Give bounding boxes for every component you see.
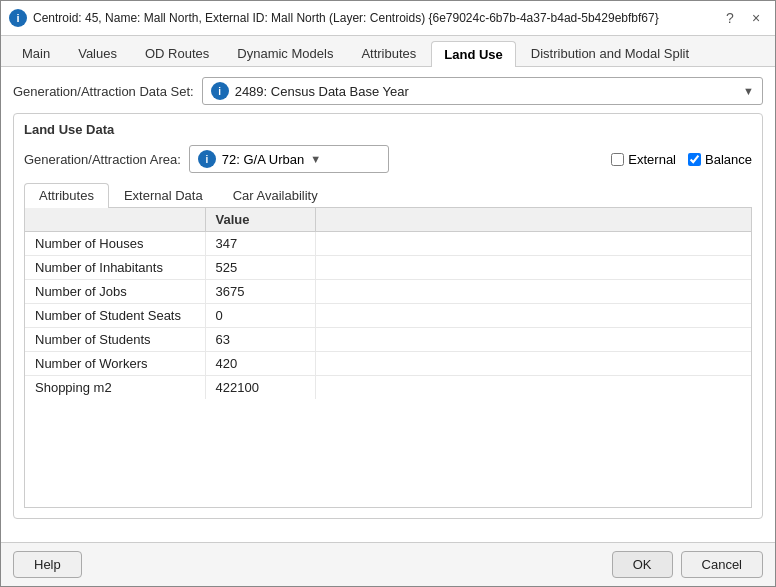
table-cell-extra [315,304,751,328]
table-body: Number of Houses347Number of Inhabitants… [25,232,751,400]
tab-land-use[interactable]: Land Use [431,41,516,67]
dataset-row: Generation/Attraction Data Set: i 2489: … [13,77,763,105]
table-row: Shopping m2422100 [25,376,751,400]
table-cell-name: Shopping m2 [25,376,205,400]
table-cell-value: 420 [205,352,315,376]
dataset-label: Generation/Attraction Data Set: [13,84,194,99]
balance-label: Balance [705,152,752,167]
col-header-extra [315,208,751,232]
external-checkbox[interactable] [611,153,624,166]
table-cell-extra [315,280,751,304]
table-row: Number of Students63 [25,328,751,352]
area-value: 72: G/A Urban [222,152,304,167]
main-tabs-bar: Main Values OD Routes Dynamic Models Att… [1,36,775,67]
dropdown-arrow-icon: ▼ [743,85,754,97]
table-cell-value: 422100 [205,376,315,400]
help-button-footer[interactable]: Help [13,551,82,578]
table-cell-name: Number of Student Seats [25,304,205,328]
tab-od-routes[interactable]: OD Routes [132,40,222,66]
table-cell-name: Number of Houses [25,232,205,256]
window-title: Centroid: 45, Name: Mall North, External… [33,11,659,25]
table-row: Number of Inhabitants525 [25,256,751,280]
table-cell-name: Number of Students [25,328,205,352]
table-cell-extra [315,376,751,400]
title-actions: ? × [719,7,767,29]
tab-main[interactable]: Main [9,40,63,66]
dataset-icon: i [211,82,229,100]
tab-distribution-modal-split[interactable]: Distribution and Modal Split [518,40,702,66]
table-cell-extra [315,256,751,280]
table-cell-value: 525 [205,256,315,280]
ok-button[interactable]: OK [612,551,673,578]
table-row: Number of Workers420 [25,352,751,376]
external-label: External [628,152,676,167]
table-cell-extra [315,232,751,256]
dataset-value: 2489: Census Data Base Year [235,84,737,99]
table-row: Number of Jobs3675 [25,280,751,304]
inner-tabs-bar: Attributes External Data Car Availabilit… [24,183,752,208]
area-label: Generation/Attraction Area: [24,152,181,167]
table-cell-name: Number of Inhabitants [25,256,205,280]
balance-checkbox-label[interactable]: Balance [688,152,752,167]
dataset-select[interactable]: i 2489: Census Data Base Year ▼ [202,77,763,105]
table-cell-name: Number of Jobs [25,280,205,304]
area-right: External Balance [611,152,752,167]
title-bar-left: i Centroid: 45, Name: Mall North, Extern… [9,9,719,27]
area-icon: i [198,150,216,168]
main-window: i Centroid: 45, Name: Mall North, Extern… [0,0,776,587]
col-header-name [25,208,205,232]
external-checkbox-label[interactable]: External [611,152,676,167]
help-button[interactable]: ? [719,7,741,29]
table-cell-value: 347 [205,232,315,256]
inner-tab-car-availability[interactable]: Car Availability [218,183,333,207]
window-icon: i [9,9,27,27]
table-cell-value: 3675 [205,280,315,304]
cancel-button[interactable]: Cancel [681,551,763,578]
title-bar: i Centroid: 45, Name: Mall North, Extern… [1,1,775,36]
area-left: Generation/Attraction Area: i 72: G/A Ur… [24,145,389,173]
table-cell-name: Number of Workers [25,352,205,376]
close-button[interactable]: × [745,7,767,29]
balance-checkbox[interactable] [688,153,701,166]
table-row: Number of Student Seats0 [25,304,751,328]
inner-tab-external-data[interactable]: External Data [109,183,218,207]
footer-right: OK Cancel [612,551,763,578]
table-header-row: Value [25,208,751,232]
attributes-table: Value Number of Houses347Number of Inhab… [25,208,751,399]
land-use-group: Land Use Data Generation/Attraction Area… [13,113,763,519]
attributes-table-container: Value Number of Houses347Number of Inhab… [24,208,752,508]
land-use-group-title: Land Use Data [24,122,752,137]
col-header-value: Value [205,208,315,232]
table-cell-extra [315,352,751,376]
table-cell-value: 63 [205,328,315,352]
area-row: Generation/Attraction Area: i 72: G/A Ur… [24,145,752,173]
tab-dynamic-models[interactable]: Dynamic Models [224,40,346,66]
tab-values[interactable]: Values [65,40,130,66]
inner-tab-attributes[interactable]: Attributes [24,183,109,208]
table-cell-extra [315,328,751,352]
table-row: Number of Houses347 [25,232,751,256]
area-dropdown-icon: ▼ [310,153,321,165]
tab-attributes[interactable]: Attributes [348,40,429,66]
table-cell-value: 0 [205,304,315,328]
content-area: Generation/Attraction Data Set: i 2489: … [1,67,775,542]
area-select[interactable]: i 72: G/A Urban ▼ [189,145,389,173]
footer: Help OK Cancel [1,542,775,586]
